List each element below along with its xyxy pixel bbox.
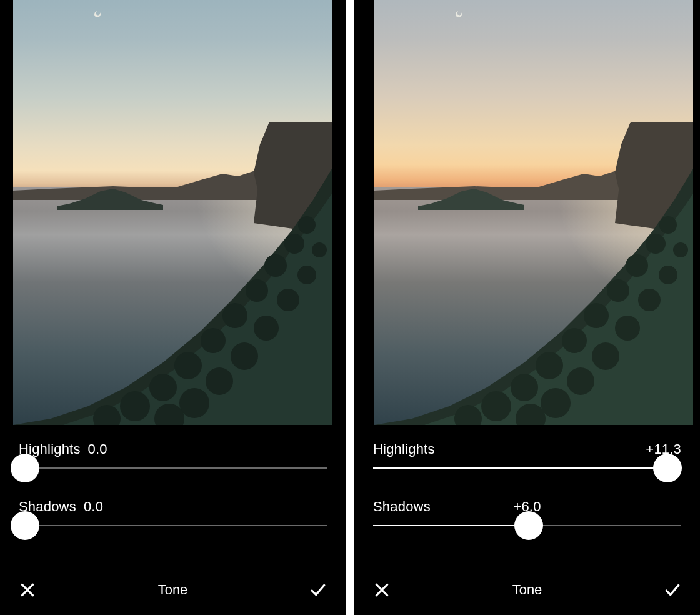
check-icon [310,582,326,598]
svg-point-1 [284,234,304,254]
photo-slope [374,169,693,425]
svg-point-29 [659,266,678,284]
svg-point-30 [638,289,661,311]
cancel-button[interactable] [16,579,39,601]
photo-slope [13,169,332,425]
photo-preview [374,0,693,425]
svg-point-3 [246,279,268,302]
highlights-labels: Highlights +11.3 [373,441,681,458]
highlights-label: Highlights [373,441,435,458]
svg-point-2 [264,254,287,277]
editor-panel-original: Highlights 0.0 Shadows 0.0 Tone [0,0,346,615]
svg-point-22 [584,303,609,328]
svg-point-6 [174,352,202,379]
svg-point-11 [298,266,316,284]
confirm-button[interactable] [661,579,684,601]
shadows-label: Shadows [373,499,431,515]
shadows-value: 0.0 [84,499,103,515]
svg-point-24 [536,352,563,379]
bottom-toolbar: Tone [354,579,700,601]
svg-point-4 [222,303,248,328]
shadows-labels: Shadows 0.0 [19,499,327,515]
shadows-slider-thumb[interactable] [514,511,543,540]
highlights-value: 0.0 [88,441,108,458]
svg-point-33 [567,368,594,395]
svg-point-10 [312,242,327,258]
highlights-slider[interactable] [19,468,327,469]
svg-point-21 [607,279,629,302]
svg-point-0 [298,216,316,234]
svg-point-14 [231,342,258,370]
svg-point-5 [201,328,226,353]
svg-point-16 [179,388,209,418]
photo-preview [13,0,332,425]
highlights-slider-thumb[interactable] [653,454,682,482]
highlights-slider-thumb[interactable] [11,454,39,482]
svg-point-7 [149,374,177,401]
svg-point-18 [659,216,677,234]
shadows-slider-fill [373,525,529,526]
highlights-slider[interactable] [373,468,681,469]
shadows-slider-thumb[interactable] [11,511,39,540]
svg-point-20 [626,254,648,277]
tool-title: Tone [512,582,542,598]
highlights-slider-block: Highlights +11.3 [373,441,681,469]
svg-point-12 [277,289,299,311]
editor-panel-edited: Highlights +11.3 Shadows +6.0 Tone [354,0,700,615]
highlights-slider-fill [373,468,668,469]
svg-point-8 [120,391,150,421]
cancel-button[interactable] [371,579,393,601]
svg-point-32 [592,342,619,370]
svg-point-28 [673,242,688,258]
svg-point-26 [481,391,511,421]
check-icon [664,582,681,598]
shadows-slider[interactable] [373,525,681,526]
bottom-toolbar: Tone [0,579,346,601]
highlights-labels: Highlights 0.0 [19,441,327,458]
svg-point-25 [511,374,538,401]
close-icon [374,582,390,598]
svg-point-19 [646,234,666,254]
highlights-slider-block: Highlights 0.0 [19,441,327,469]
shadows-slider-block: Shadows 0.0 [19,499,327,526]
svg-point-15 [206,368,233,395]
svg-point-31 [615,316,640,341]
tool-title: Tone [158,582,188,598]
svg-point-23 [562,328,587,353]
confirm-button[interactable] [307,579,329,601]
svg-point-13 [254,316,279,341]
svg-point-34 [541,388,571,418]
close-icon [19,582,36,598]
shadows-slider-block: Shadows +6.0 [373,499,681,526]
shadows-slider[interactable] [19,525,327,526]
